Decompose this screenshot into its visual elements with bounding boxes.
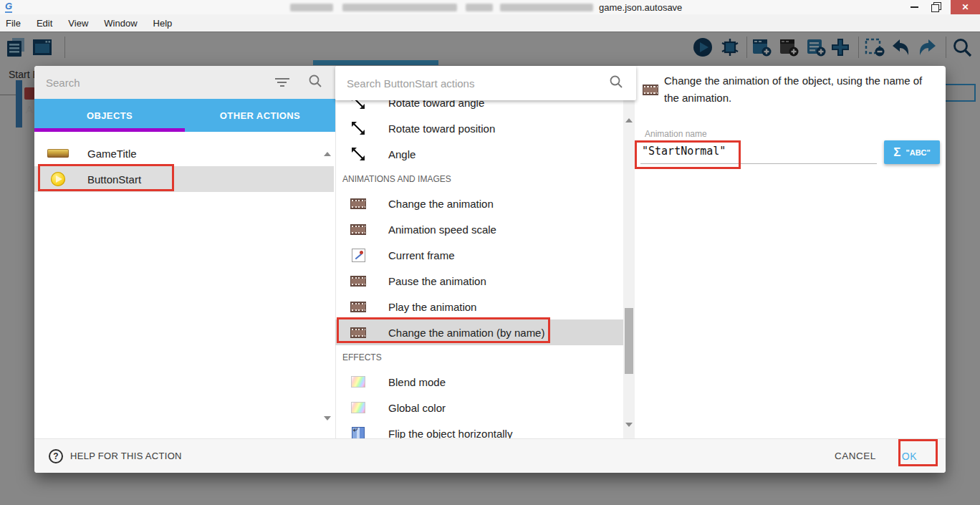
menu-file[interactable]: File — [0, 18, 29, 29]
object-name: GameTitle — [87, 148, 137, 160]
section-header: EFFECTS — [335, 345, 623, 369]
action-search-input[interactable] — [335, 77, 609, 90]
action-list-item[interactable]: Rotate toward position — [335, 115, 623, 141]
action-list-item[interactable]: Flip the object horizontally — [335, 420, 623, 438]
tab-other-actions[interactable]: OTHER ACTIONS — [185, 99, 335, 132]
help-link[interactable]: HELP FOR THIS ACTION — [70, 451, 182, 461]
dialog-footer: ? HELP FOR THIS ACTION CANCEL OK — [34, 438, 946, 473]
application-window: G game.json.autosave ✕ File Edit View Wi… — [0, 0, 980, 505]
object-tabs: OBJECTS OTHER ACTIONS — [34, 99, 335, 132]
title-bar: G game.json.autosave ✕ — [0, 0, 980, 14]
cancel-button[interactable]: CANCEL — [835, 451, 876, 461]
abc-label: "ABC" — [905, 148, 930, 157]
window-title: game.json.autosave — [599, 2, 682, 13]
scrollbar-thumb[interactable] — [625, 308, 633, 374]
search-icon[interactable] — [609, 74, 623, 92]
action-list-item[interactable]: Global color — [335, 395, 623, 420]
object-name: ButtonStart — [87, 173, 141, 186]
gdevelop-logo-icon: G — [5, 1, 12, 13]
redacted-title-text — [290, 4, 333, 11]
menu-edit[interactable]: Edit — [29, 18, 60, 29]
menu-window[interactable]: Window — [96, 18, 145, 29]
action-list-item[interactable]: Pause the animation — [335, 268, 623, 294]
action-label: Rotate toward position — [388, 122, 495, 135]
object-search-bar — [34, 66, 335, 99]
close-button[interactable]: ✕ — [951, 0, 980, 14]
ok-button[interactable]: OK — [902, 451, 917, 462]
action-description: Change the animation of the object, usin… — [664, 72, 936, 107]
action-label: Play the animation — [388, 301, 476, 313]
game-title-icon — [47, 149, 69, 158]
action-label: Angle — [388, 148, 415, 160]
action-list-item[interactable]: Blend mode — [335, 369, 623, 395]
action-label: Change the animation — [388, 198, 494, 210]
animation-name-input[interactable] — [640, 142, 877, 164]
question-circle-icon[interactable]: ? — [49, 449, 63, 463]
action-label: Blend mode — [388, 376, 446, 388]
section-header-label: ANIMATIONS AND IMAGES — [342, 174, 451, 184]
scroll-up-arrow[interactable] — [625, 106, 633, 119]
film-icon — [350, 198, 366, 209]
redacted-title-text — [466, 4, 493, 11]
section-header: ANIMATIONS AND IMAGES — [335, 167, 623, 191]
film-icon — [350, 327, 366, 338]
scroll-down-arrow[interactable] — [324, 420, 331, 433]
action-list: Rotate toward angleRotate toward positio… — [335, 90, 623, 438]
scrollbar-track[interactable] — [623, 100, 635, 438]
expression-editor-button[interactable]: Σ "ABC" — [884, 140, 940, 164]
film-icon — [350, 224, 366, 235]
action-label: Change the animation (by name) — [388, 327, 544, 339]
action-list-item[interactable]: Animation speed scale — [335, 216, 623, 242]
flip-icon — [352, 427, 365, 438]
play-circle-icon — [51, 172, 65, 186]
restore-button[interactable] — [926, 0, 946, 14]
section-header-label: EFFECTS — [342, 352, 382, 362]
object-list: GameTitleButtonStart — [34, 132, 334, 438]
action-list-item[interactable]: Angle — [335, 141, 623, 167]
scroll-up-arrow[interactable] — [324, 140, 331, 153]
redacted-title-text — [500, 4, 593, 11]
tab-objects-label: OBJECTS — [87, 110, 133, 121]
rainbow-icon — [351, 376, 365, 388]
object-list-item[interactable]: ButtonStart — [34, 166, 334, 192]
rotate-icon — [352, 122, 365, 135]
action-label: Pause the animation — [388, 275, 486, 287]
frame-icon — [352, 249, 365, 262]
object-search-input[interactable] — [34, 77, 275, 89]
tab-objects[interactable]: OBJECTS — [34, 99, 185, 132]
search-icon[interactable] — [308, 74, 322, 91]
action-label: Animation speed scale — [388, 223, 496, 236]
redacted-title-text — [342, 4, 457, 11]
restore-icon — [932, 4, 939, 11]
rainbow-icon — [351, 402, 365, 413]
menu-bar: File Edit View Window Help — [0, 14, 980, 32]
action-label: Global color — [388, 402, 446, 414]
action-label: Current frame — [388, 249, 455, 261]
minimize-button[interactable] — [904, 0, 924, 14]
animation-name-label: Animation name — [645, 129, 707, 139]
action-list-item[interactable]: Change the animation — [335, 191, 623, 216]
tab-other-actions-label: OTHER ACTIONS — [220, 110, 300, 121]
film-icon — [643, 85, 658, 95]
menu-help[interactable]: Help — [145, 18, 181, 29]
action-list-item[interactable]: Play the animation — [335, 294, 623, 319]
film-icon — [350, 302, 366, 312]
action-parameters-panel: Change the animation of the object, usin… — [636, 66, 946, 438]
action-label: Flip the object horizontally — [388, 428, 512, 439]
sigma-icon: Σ — [893, 145, 900, 160]
rotate-icon — [352, 148, 365, 160]
film-icon — [350, 276, 366, 287]
action-list-item[interactable]: Change the animation (by name) — [335, 319, 623, 345]
action-list-item[interactable]: Current frame — [335, 242, 623, 268]
object-list-item[interactable]: GameTitle — [34, 140, 334, 166]
filter-icon[interactable] — [275, 78, 289, 87]
menu-view[interactable]: View — [60, 18, 96, 29]
action-search-bar — [335, 66, 636, 100]
action-editor-dialog: OBJECTS OTHER ACTIONS GameTitleButtonSta… — [34, 66, 946, 473]
